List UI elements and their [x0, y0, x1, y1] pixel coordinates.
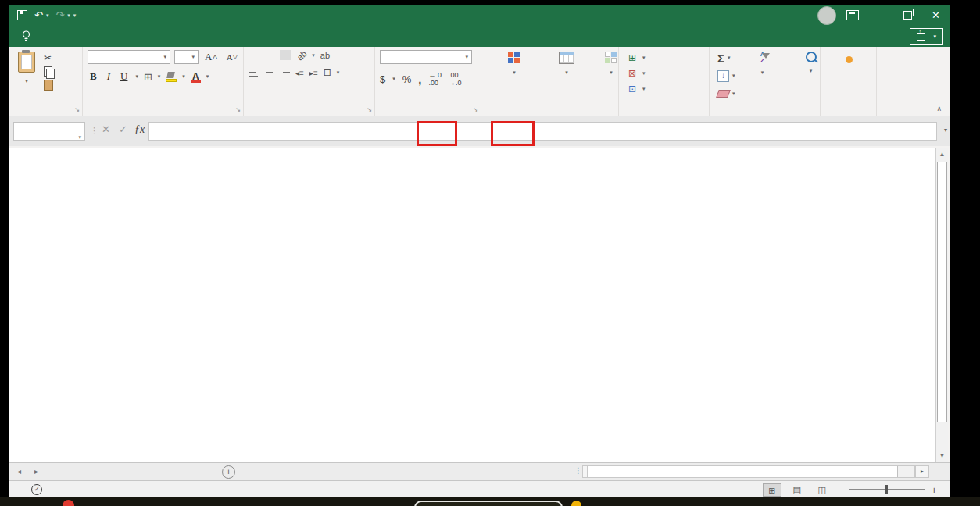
merge-center-icon[interactable]: ⊟ [324, 67, 331, 78]
align-right-icon[interactable] [280, 69, 290, 77]
status-bar: ✓ ⊞ ▤ ◫ − + [9, 480, 950, 497]
insert-cells-icon: ⊞ [628, 52, 636, 63]
taskbar-yellow-app-icon[interactable] [571, 501, 581, 506]
increase-decimal-icon[interactable]: ←.0.00 [428, 71, 442, 87]
clear-icon [716, 90, 731, 98]
title-bar-right: — ✕ [807, 5, 945, 26]
scroll-down-icon[interactable]: ▼ [936, 450, 948, 462]
zoom-slider-handle[interactable] [885, 485, 888, 494]
addins-button[interactable] [825, 50, 873, 71]
copy-icon[interactable] [44, 66, 52, 77]
wrap-text-icon[interactable]: ab̲ [320, 51, 330, 60]
align-middle-icon[interactable] [264, 51, 274, 59]
horizontal-scrollbar[interactable] [587, 465, 915, 478]
underline-button[interactable]: U [118, 70, 130, 83]
italic-button[interactable]: I [105, 70, 113, 83]
zoom-in-icon[interactable]: + [931, 484, 937, 496]
vertical-scroll-thumb[interactable] [937, 162, 947, 422]
page-layout-view-button[interactable]: ▤ [788, 483, 807, 497]
taskbar-red-app-icon[interactable] [63, 500, 74, 506]
ribbon-display-options-icon[interactable] [846, 10, 859, 20]
share-button[interactable]: ▾ [910, 28, 943, 45]
expand-formula-bar-icon[interactable]: ▾ [944, 126, 947, 134]
font-size-combo[interactable]: ▾ [174, 50, 199, 64]
hscroll-right-icon[interactable]: ▸ [915, 465, 929, 478]
name-box-dropdown-icon[interactable]: ▾ [78, 129, 81, 146]
editing-group: Σ▾ ↓▾ ▾ AZ ▾ ▾ [710, 47, 821, 116]
scroll-up-icon[interactable]: ▲ [936, 148, 948, 161]
cancel-formula-icon[interactable]: ✕ [102, 123, 110, 135]
formula-input[interactable] [148, 122, 937, 141]
format-cells-button[interactable]: ⊡ ▾ [628, 81, 706, 97]
fill-button[interactable]: ↓▾ [717, 68, 735, 84]
tabbar-splitter[interactable]: ⋮ [574, 466, 582, 475]
accessibility-icon: ✓ [31, 484, 42, 495]
delete-cells-button[interactable]: ⊠ ▾ [628, 66, 706, 81]
decrease-indent-icon[interactable]: ◂≡ [295, 69, 304, 77]
number-dialog-launcher[interactable]: ↘ [473, 106, 478, 113]
bold-button[interactable]: B [88, 70, 99, 83]
align-bottom-icon[interactable] [280, 50, 291, 60]
currency-icon[interactable]: $ [380, 73, 385, 85]
insert-function-icon[interactable]: ƒx [134, 123, 145, 136]
sheet-grid[interactable] [9, 148, 935, 462]
normal-view-button[interactable]: ⊞ [763, 483, 781, 497]
tell-me-box[interactable] [22, 26, 35, 47]
restore-button[interactable] [903, 11, 912, 20]
align-center-icon[interactable] [264, 69, 274, 77]
addins-icon [846, 56, 853, 63]
number-group: ▾ $▾ % , ←.0.00 .00→.0 ↘ [375, 47, 481, 116]
cell-styles-icon [605, 52, 617, 64]
formula-bar: ▾ ⋮ ✕ ✓ ƒx ▾ [9, 116, 950, 146]
styles-group: ▾ ▾ ▾ [481, 47, 619, 116]
close-button[interactable]: ✕ [927, 5, 945, 26]
collapse-ribbon-icon[interactable]: ∧ [936, 105, 942, 112]
taskbar-search-pill[interactable] [414, 501, 563, 506]
enter-formula-icon[interactable]: ✓ [119, 123, 127, 135]
accessibility-status[interactable]: ✓ [31, 484, 46, 495]
font-dialog-launcher[interactable]: ↘ [235, 106, 241, 113]
clear-button[interactable]: ▾ [717, 86, 735, 102]
zoom-out-icon[interactable]: − [838, 484, 844, 496]
conditional-formatting-icon [508, 52, 520, 64]
autosum-button[interactable]: Σ▾ [717, 50, 735, 66]
font-color-icon[interactable]: A [191, 71, 201, 82]
number-format-combo[interactable]: ▾ [380, 50, 472, 64]
format-painter-icon[interactable] [44, 80, 53, 91]
comma-icon[interactable]: , [418, 73, 421, 86]
horizontal-scroll-thumb[interactable] [588, 466, 898, 477]
borders-icon[interactable]: ⊞ [144, 71, 152, 83]
font-name-combo[interactable]: ▾ [88, 50, 170, 64]
vertical-scrollbar[interactable]: ▲ ▼ [935, 148, 948, 462]
format-as-table-button[interactable]: ▾ [542, 50, 591, 79]
formula-bar-divider: ⋮ [90, 126, 98, 136]
decrease-font-icon[interactable]: A˅ [224, 52, 240, 62]
fill-color-icon[interactable] [166, 72, 177, 82]
sort-filter-button[interactable]: AZ ▾ [742, 50, 784, 102]
clipboard-dialog-launcher[interactable]: ↘ [74, 106, 80, 113]
format-cells-icon: ⊡ [628, 84, 636, 94]
new-sheet-button[interactable]: + [222, 465, 235, 479]
sheet-nav-left-icon[interactable]: ◂ [17, 463, 21, 480]
share-icon [917, 33, 925, 41]
insert-cells-button[interactable]: ⊞ ▾ [628, 50, 706, 66]
avatar[interactable] [817, 6, 836, 25]
conditional-formatting-button[interactable]: ▾ [486, 50, 542, 79]
increase-indent-icon[interactable]: ▸≡ [309, 69, 318, 77]
align-left-icon[interactable] [249, 69, 259, 77]
orientation-icon[interactable]: ab [295, 48, 309, 62]
name-box[interactable]: ▾ [13, 122, 85, 141]
percent-icon[interactable]: % [402, 73, 412, 85]
sheet-nav-right-icon[interactable]: ▸ [34, 463, 38, 480]
zoom-slider[interactable] [849, 485, 925, 494]
alignment-dialog-launcher[interactable]: ↘ [367, 106, 372, 113]
decrease-decimal-icon[interactable]: .00→.0 [449, 71, 462, 87]
increase-font-icon[interactable]: A˄ [202, 51, 220, 63]
align-top-icon[interactable] [249, 51, 259, 59]
annotation-box-g5 [491, 121, 535, 146]
paste-button[interactable]: ▾ [14, 50, 39, 91]
cut-icon[interactable]: ✂ [44, 52, 53, 63]
underline-dropdown-icon[interactable]: ▾ [135, 73, 138, 80]
page-break-view-button[interactable]: ◫ [813, 483, 832, 497]
minimize-button[interactable]: — [869, 5, 889, 26]
